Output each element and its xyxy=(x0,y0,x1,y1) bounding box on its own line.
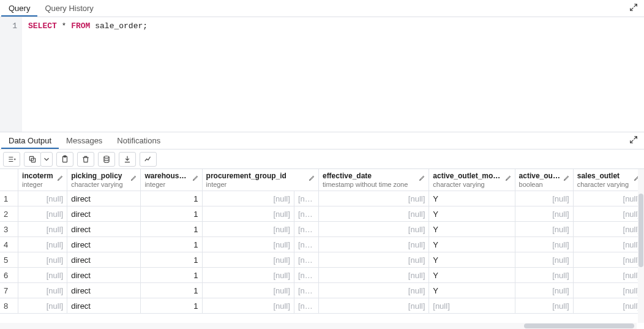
cell-incoterm[interactable]: [null] xyxy=(18,191,67,206)
cell-active-outlet[interactable]: [null] xyxy=(515,191,574,206)
cell-active-outlet-moved0[interactable]: Y xyxy=(429,283,515,298)
scroll-thumb[interactable] xyxy=(524,323,634,328)
edit-icon[interactable] xyxy=(309,174,316,181)
cell-procurement-group-id[interactable]: [null] xyxy=(203,298,294,314)
cell-active-outlet-moved0[interactable]: Y xyxy=(429,252,515,268)
table-row[interactable]: 4[null]direct1[null][null][null]Y[null][… xyxy=(0,237,644,252)
cell-picking-policy[interactable]: direct xyxy=(67,283,141,298)
cell-effective-date[interactable]: [null] xyxy=(319,298,429,314)
cell-active-outlet-moved0[interactable]: Y xyxy=(429,237,515,252)
cell-effective-date[interactable]: [null] xyxy=(319,252,429,268)
cell-procurement-group-id[interactable]: [null] xyxy=(203,206,294,222)
scroll-thumb[interactable] xyxy=(638,194,643,267)
graph-button[interactable] xyxy=(140,152,157,167)
rownum-cell[interactable]: 4 xyxy=(0,237,18,252)
cell-picking-policy[interactable]: direct xyxy=(67,298,141,314)
cell-active-outlet[interactable]: [null] xyxy=(515,298,574,314)
cell-active-outlet-moved0[interactable]: Y xyxy=(429,191,515,206)
cell-incoterm[interactable]: [null] xyxy=(18,298,67,314)
cell-effective-date[interactable]: [null] xyxy=(319,237,429,252)
table-row[interactable]: 3[null]direct1[null][null][null]Y[null][… xyxy=(0,222,644,237)
col-active-outlet[interactable]: active_outlet boolean xyxy=(515,169,574,191)
cell-picking-policy[interactable]: direct xyxy=(67,237,141,252)
cell-effective-date[interactable]: [null] xyxy=(319,206,429,222)
cell-sales-outlet[interactable]: [null] xyxy=(574,298,644,314)
cell-procurement-sub[interactable]: [null] xyxy=(294,298,319,314)
table-row[interactable]: 1[null]direct1[null][null][null]Y[null][… xyxy=(0,191,644,206)
edit-icon[interactable] xyxy=(505,174,512,181)
rownum-cell[interactable]: 3 xyxy=(0,222,18,237)
cell-procurement-sub[interactable]: [null] xyxy=(294,206,319,222)
rownum-cell[interactable]: 2 xyxy=(0,206,18,222)
cell-incoterm[interactable]: [null] xyxy=(18,222,67,237)
cell-effective-date[interactable]: [null] xyxy=(319,268,429,283)
cell-active-outlet[interactable]: [null] xyxy=(515,283,574,298)
table-row[interactable]: 2[null]direct1[null][null][null]Y[null][… xyxy=(0,206,644,222)
rownum-cell[interactable]: 6 xyxy=(0,268,18,283)
cell-picking-policy[interactable]: direct xyxy=(67,268,141,283)
cell-incoterm[interactable]: [null] xyxy=(18,268,67,283)
cell-sales-outlet[interactable]: [null] xyxy=(574,191,644,206)
cell-warehouse-id[interactable]: 1 xyxy=(141,298,202,314)
cell-effective-date[interactable]: [null] xyxy=(319,222,429,237)
cell-sales-outlet[interactable]: [null] xyxy=(574,283,644,298)
cell-procurement-sub[interactable]: [null] xyxy=(294,191,319,206)
horizontal-scrollbar[interactable] xyxy=(0,323,637,329)
cell-incoterm[interactable]: [null] xyxy=(18,237,67,252)
cell-sales-outlet[interactable]: [null] xyxy=(574,252,644,268)
paste-button[interactable] xyxy=(56,152,73,167)
cell-procurement-group-id[interactable]: [null] xyxy=(203,222,294,237)
cell-sales-outlet[interactable]: [null] xyxy=(574,206,644,222)
table-row[interactable]: 5[null]direct1[null][null][null]Y[null][… xyxy=(0,252,644,268)
col-picking-policy[interactable]: picking_policy character varying xyxy=(67,169,141,191)
vertical-scrollbar[interactable] xyxy=(638,169,644,323)
cell-warehouse-id[interactable]: 1 xyxy=(141,206,202,222)
cell-effective-date[interactable]: [null] xyxy=(319,283,429,298)
edit-icon[interactable] xyxy=(57,174,64,181)
cell-picking-policy[interactable]: direct xyxy=(67,252,141,268)
cell-active-outlet-moved0[interactable]: Y xyxy=(429,268,515,283)
copy-button[interactable] xyxy=(24,152,41,167)
cell-procurement-group-id[interactable]: [null] xyxy=(203,237,294,252)
copy-dropdown-button[interactable] xyxy=(40,152,53,167)
sql-editor[interactable]: 1 SELECT * FROM sale_order; xyxy=(0,17,644,132)
cell-active-outlet-moved0[interactable]: Y xyxy=(429,206,515,222)
table-row[interactable]: 6[null]direct1[null][null][null]Y[null][… xyxy=(0,268,644,283)
tab-messages[interactable]: Messages xyxy=(59,133,110,149)
cell-procurement-group-id[interactable]: [null] xyxy=(203,268,294,283)
cell-warehouse-id[interactable]: 1 xyxy=(141,252,202,268)
cell-procurement-group-id[interactable]: [null] xyxy=(203,283,294,298)
cell-procurement-sub[interactable]: [null] xyxy=(294,252,319,268)
rownum-cell[interactable]: 7 xyxy=(0,283,18,298)
download-button[interactable] xyxy=(119,152,136,167)
cell-active-outlet[interactable]: [null] xyxy=(515,206,574,222)
expand-editor-icon[interactable] xyxy=(624,1,643,16)
edit-icon[interactable] xyxy=(192,174,200,181)
cell-sales-outlet[interactable]: [null] xyxy=(574,237,644,252)
cell-active-outlet[interactable]: [null] xyxy=(515,222,574,237)
tab-query[interactable]: Query xyxy=(1,1,37,17)
col-active-outlet-moved0[interactable]: active_outlet_moved0 character varying xyxy=(429,169,515,191)
tab-notifications[interactable]: Notifications xyxy=(110,133,168,149)
cell-warehouse-id[interactable]: 1 xyxy=(141,283,202,298)
cell-procurement-group-id[interactable]: [null] xyxy=(203,252,294,268)
tab-data-output[interactable]: Data Output xyxy=(1,133,59,149)
rownum-header[interactable] xyxy=(0,169,18,191)
edit-icon[interactable] xyxy=(419,174,426,181)
cell-effective-date[interactable]: [null] xyxy=(319,191,429,206)
table-row[interactable]: 7[null]direct1[null][null][null]Y[null][… xyxy=(0,283,644,298)
cell-active-outlet-moved0[interactable]: Y xyxy=(429,222,515,237)
rownum-cell[interactable]: 8 xyxy=(0,298,18,314)
add-row-button[interactable] xyxy=(3,152,20,167)
cell-incoterm[interactable]: [null] xyxy=(18,252,67,268)
edit-icon[interactable] xyxy=(130,174,138,181)
delete-button[interactable] xyxy=(77,152,94,167)
col-incoterm[interactable]: incoterm integer xyxy=(18,169,67,191)
col-sales-outlet[interactable]: sales_outlet character varying xyxy=(574,169,644,191)
edit-icon[interactable] xyxy=(563,174,571,181)
results-grid[interactable]: incoterm integer picking_policy characte… xyxy=(0,169,644,314)
tab-query-history[interactable]: Query History xyxy=(37,1,100,17)
cell-active-outlet[interactable]: [null] xyxy=(515,268,574,283)
cell-picking-policy[interactable]: direct xyxy=(67,206,141,222)
cell-sales-outlet[interactable]: [null] xyxy=(574,268,644,283)
